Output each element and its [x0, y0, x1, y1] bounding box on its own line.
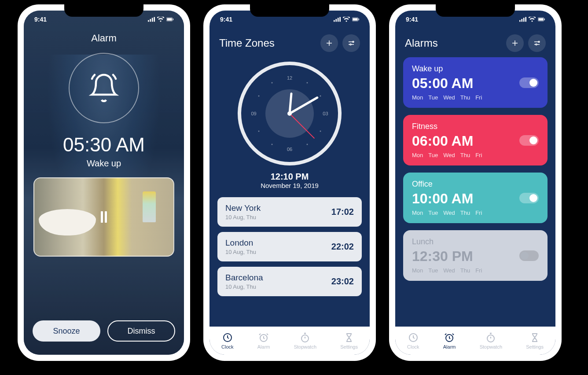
timezone-card[interactable]: New York 10 Aug, Thu 17:02: [217, 197, 362, 227]
bottom-nav: Clock Alarm Stopwatch Settings: [395, 327, 555, 355]
filter-button[interactable]: [528, 34, 546, 52]
tz-date: 10 Aug, Thu: [225, 283, 263, 290]
tz-time: 23:02: [331, 276, 354, 287]
snooze-button[interactable]: Snooze: [33, 320, 100, 342]
nav-clock[interactable]: Clock: [407, 332, 419, 349]
battery-icon: [352, 17, 359, 22]
add-button[interactable]: [320, 34, 338, 52]
alarm-days: MonTueWedThuFri: [412, 267, 482, 274]
nav-label: Stopwatch: [294, 344, 316, 349]
hourglass-icon: [344, 332, 354, 343]
status-time: 9:41: [406, 16, 418, 23]
stopwatch-icon: [485, 332, 496, 343]
phone-time-zones: 9:41 Time Zones 12 03: [203, 4, 376, 361]
nav-clock[interactable]: Clock: [221, 332, 234, 349]
alarm-days: MonTueWedThuFri: [412, 94, 482, 101]
svg-point-15: [350, 44, 351, 45]
alarm-toggle[interactable]: [519, 77, 539, 88]
timezone-card[interactable]: Barcelona 10 Aug, Thu 23:02: [217, 267, 362, 296]
day-label: Mon: [412, 210, 423, 216]
day-label: Wed: [443, 94, 455, 101]
clock-12: 12: [287, 75, 292, 81]
nav-label: Settings: [340, 344, 358, 349]
svg-rect-21: [523, 18, 525, 22]
sliders-icon: [533, 39, 541, 47]
day-label: Thu: [460, 152, 470, 158]
alarm-card[interactable]: Lunch 12:30 PM MonTueWedThuFri: [403, 230, 548, 281]
tz-time: 22:02: [331, 242, 354, 252]
tz-city: Barcelona: [225, 273, 263, 283]
alarm-card[interactable]: Wake up 05:00 AM MonTueWedThuFri: [403, 57, 548, 108]
digital-time: 12:10 PM: [209, 172, 370, 182]
svg-rect-20: [521, 19, 522, 22]
nav-settings[interactable]: Settings: [526, 332, 544, 349]
screen-title: Time Zones: [219, 37, 275, 49]
tz-city: London: [225, 238, 256, 248]
add-button[interactable]: [506, 34, 524, 52]
alarm-label: Wake up: [87, 158, 121, 169]
tz-date: 10 Aug, Thu: [225, 214, 261, 221]
timezone-card[interactable]: London 10 Aug, Thu 22:02: [217, 232, 362, 261]
alarm-time: 06:00 AM: [412, 133, 482, 149]
day-label: Wed: [443, 152, 455, 158]
svg-rect-0: [148, 20, 149, 22]
screen-title: Alarm: [91, 33, 116, 44]
nav-label: Clock: [221, 344, 234, 349]
battery-icon: [538, 17, 545, 22]
svg-rect-12: [353, 18, 357, 20]
notch: [436, 4, 515, 17]
svg-rect-6: [173, 18, 173, 20]
svg-point-27: [536, 44, 537, 45]
status-icons: [148, 17, 173, 22]
day-label: Thu: [460, 267, 470, 274]
screen-title: Alarms: [405, 37, 438, 49]
video-card[interactable]: [33, 177, 174, 257]
svg-rect-7: [334, 20, 335, 22]
wifi-icon: [343, 17, 350, 22]
dismiss-button[interactable]: Dismiss: [107, 320, 175, 342]
toggle-knob: [529, 194, 537, 202]
alarm-card[interactable]: Fitness 06:00 AM MonTueWedThuFri: [403, 115, 548, 165]
svg-rect-10: [339, 17, 341, 22]
day-label: Fri: [475, 94, 482, 101]
toggle-knob: [529, 136, 537, 144]
nav-stopwatch[interactable]: Stopwatch: [294, 332, 316, 349]
nav-label: Stopwatch: [480, 344, 502, 349]
pause-icon[interactable]: [101, 211, 107, 223]
filter-button[interactable]: [342, 34, 360, 52]
svg-rect-24: [538, 18, 543, 20]
alarm-bell-circle: [69, 53, 139, 123]
status-icons: [519, 17, 545, 22]
alarm-toggle[interactable]: [519, 193, 539, 203]
alarm-time: 10:00 AM: [412, 191, 482, 207]
clock-icon: [408, 332, 419, 343]
plus-icon: [325, 39, 333, 47]
svg-rect-8: [335, 19, 337, 22]
signal-icon: [148, 17, 155, 22]
nav-alarm[interactable]: Alarm: [443, 332, 456, 349]
nav-alarm[interactable]: Alarm: [257, 332, 270, 349]
status-time: 9:41: [34, 16, 47, 23]
clock-09: 09: [251, 111, 256, 116]
alarm-toggle[interactable]: [519, 135, 539, 146]
clock-03: 03: [323, 111, 328, 116]
svg-rect-9: [338, 18, 339, 22]
nav-label: Alarm: [257, 344, 270, 349]
day-label: Fri: [475, 210, 482, 216]
toggle-knob: [529, 79, 537, 87]
day-label: Thu: [460, 94, 470, 101]
alarm-toggle[interactable]: [519, 250, 539, 261]
svg-rect-1: [150, 19, 151, 22]
alarm-name: Fitness: [412, 122, 482, 131]
svg-rect-3: [154, 17, 155, 22]
nav-stopwatch[interactable]: Stopwatch: [480, 332, 502, 349]
day-label: Mon: [412, 267, 423, 274]
nav-settings[interactable]: Settings: [340, 332, 358, 349]
clock-06: 06: [287, 147, 292, 152]
alarm-days: MonTueWedThuFri: [412, 152, 482, 158]
day-label: Fri: [475, 267, 482, 274]
status-time: 9:41: [220, 16, 232, 23]
alarm-card[interactable]: Office 10:00 AM MonTueWedThuFri: [403, 173, 548, 223]
notch: [64, 4, 143, 17]
day-label: Mon: [412, 152, 423, 158]
